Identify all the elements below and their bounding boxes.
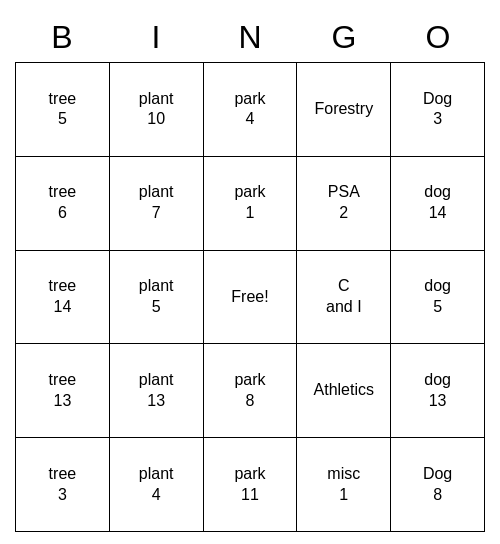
bingo-cell: plant4 <box>110 438 204 532</box>
bingo-cell: tree3 <box>16 438 110 532</box>
header-letter: N <box>203 12 297 62</box>
bingo-cell: Forestry <box>297 63 391 157</box>
bingo-cell: tree14 <box>16 251 110 345</box>
bingo-cell: tree13 <box>16 344 110 438</box>
bingo-cell: plant13 <box>110 344 204 438</box>
bingo-cell: tree5 <box>16 63 110 157</box>
header-letter: G <box>297 12 391 62</box>
bingo-cell: park11 <box>204 438 298 532</box>
bingo-cell: plant10 <box>110 63 204 157</box>
bingo-cell: Cand I <box>297 251 391 345</box>
header-letter: B <box>15 12 109 62</box>
bingo-cell: park1 <box>204 157 298 251</box>
bingo-cell: PSA2 <box>297 157 391 251</box>
header-letter: O <box>391 12 485 62</box>
header-letter: I <box>109 12 203 62</box>
bingo-cell: Athletics <box>297 344 391 438</box>
bingo-cell: Dog8 <box>391 438 485 532</box>
bingo-cell: plant5 <box>110 251 204 345</box>
bingo-cell: Free! <box>204 251 298 345</box>
bingo-cell: Dog3 <box>391 63 485 157</box>
bingo-cell: plant7 <box>110 157 204 251</box>
bingo-grid: tree5plant10park4ForestryDog3tree6plant7… <box>15 62 485 532</box>
bingo-header: BINGO <box>15 12 485 62</box>
bingo-cell: tree6 <box>16 157 110 251</box>
bingo-cell: misc1 <box>297 438 391 532</box>
bingo-cell: dog14 <box>391 157 485 251</box>
bingo-cell: park4 <box>204 63 298 157</box>
bingo-card: BINGO tree5plant10park4ForestryDog3tree6… <box>15 12 485 532</box>
bingo-cell: park8 <box>204 344 298 438</box>
bingo-cell: dog13 <box>391 344 485 438</box>
bingo-cell: dog5 <box>391 251 485 345</box>
